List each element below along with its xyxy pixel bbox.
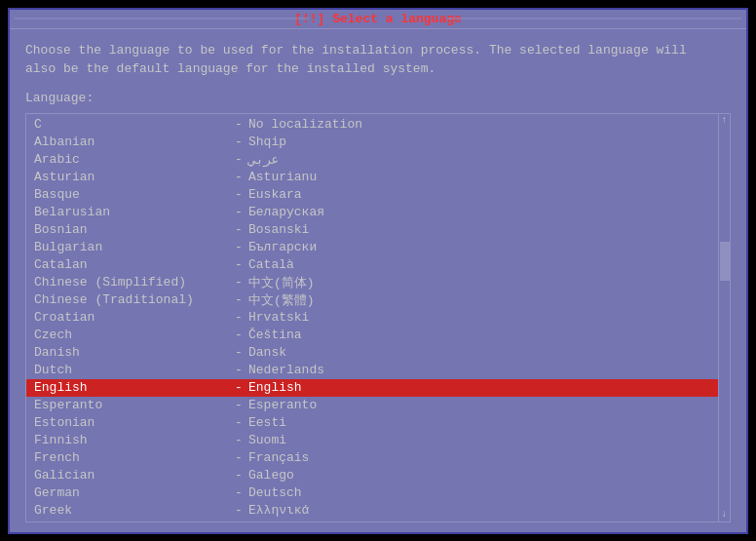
lang-separator: - — [229, 275, 248, 290]
window-title: [!!] Select a language — [294, 12, 462, 26]
lang-separator: - — [229, 135, 248, 149]
lang-native: Hrvatski — [248, 310, 309, 325]
lang-name: Czech — [34, 328, 229, 342]
lang-native: عربي — [248, 152, 279, 168]
lang-separator: - — [229, 398, 248, 412]
lang-name: C — [34, 117, 229, 132]
lang-name: Estonian — [34, 415, 229, 430]
terminal-window: [!!] Select a language Choose the langua… — [8, 8, 748, 534]
language-list-container: C-No localizationAlbanian-ShqipArabic-عر… — [25, 113, 731, 522]
lang-native: Ελληνικά — [248, 503, 309, 518]
lang-native: Galego — [248, 468, 294, 483]
lang-separator: - — [229, 433, 248, 447]
lang-native: Esperanto — [248, 398, 317, 412]
lang-name: Belarusian — [34, 205, 229, 219]
lang-native: 中文(繁體) — [248, 291, 315, 309]
lang-native: Français — [248, 450, 309, 465]
language-list[interactable]: C-No localizationAlbanian-ShqipArabic-عر… — [26, 114, 718, 522]
main-content: Choose the language to be used for the i… — [10, 29, 746, 534]
lang-separator: - — [229, 187, 248, 202]
list-item[interactable]: French-Français — [26, 449, 718, 467]
lang-separator: - — [229, 485, 248, 500]
lang-name: Bulgarian — [34, 240, 229, 254]
lang-name: French — [34, 450, 229, 465]
title-bar: [!!] Select a language — [10, 10, 746, 29]
lang-name: Finnish — [34, 433, 229, 447]
lang-native: Eesti — [248, 415, 286, 430]
lang-native: No localization — [248, 117, 362, 132]
list-item[interactable]: Greek-Ελληνικά — [26, 502, 718, 520]
lang-name: Esperanto — [34, 398, 229, 412]
lang-native: Asturianu — [248, 170, 317, 184]
lang-name: Bosnian — [34, 222, 229, 237]
lang-separator: - — [229, 363, 248, 377]
language-label: Language: — [25, 91, 731, 105]
list-item[interactable]: Danish-Dansk — [26, 344, 718, 362]
scroll-track — [719, 128, 731, 508]
lang-native: Shqip — [248, 135, 286, 149]
lang-separator: - — [229, 345, 248, 360]
lang-separator: - — [229, 292, 248, 307]
lang-name: Basque — [34, 187, 229, 202]
lang-name: Arabic — [34, 152, 229, 167]
lang-separator: - — [229, 152, 248, 167]
list-item[interactable]: Basque-Euskara — [26, 186, 718, 204]
lang-name: German — [34, 485, 229, 500]
list-item[interactable]: Chinese (Simplified)-中文(简体) — [26, 274, 718, 291]
scroll-thumb[interactable] — [720, 242, 730, 281]
list-item[interactable]: Croatian-Hrvatski — [26, 309, 718, 327]
lang-separator: - — [229, 205, 248, 219]
list-item[interactable]: Galician-Galego — [26, 467, 718, 484]
lang-native: Nederlands — [248, 363, 324, 377]
lang-separator: - — [229, 257, 248, 272]
lang-separator: - — [229, 240, 248, 254]
lang-name: Dutch — [34, 363, 229, 377]
list-item[interactable]: Belarusian-Беларуская — [26, 204, 718, 221]
list-item[interactable]: Esperanto-Esperanto — [26, 397, 718, 414]
lang-native: 中文(简体) — [248, 274, 315, 291]
list-item[interactable]: C-No localization — [26, 116, 718, 134]
list-item[interactable]: Dutch-Nederlands — [26, 362, 718, 379]
lang-name: Albanian — [34, 135, 229, 149]
lang-separator: - — [229, 468, 248, 483]
list-item[interactable]: Catalan-Català — [26, 256, 718, 274]
lang-separator: - — [229, 415, 248, 430]
lang-name: Croatian — [34, 310, 229, 325]
lang-name: English — [34, 380, 229, 395]
lang-native: Беларуская — [248, 205, 324, 219]
list-item[interactable]: Finnish-Suomi — [26, 432, 718, 449]
list-item[interactable]: Albanian-Shqip — [26, 134, 718, 151]
scroll-up-arrow[interactable]: ↑ — [719, 114, 731, 128]
scrollbar[interactable]: ↑ ↓ — [718, 114, 730, 522]
lang-native: Euskara — [248, 187, 302, 202]
lang-native: Dansk — [248, 345, 286, 360]
lang-name: Chinese (Traditional) — [34, 292, 229, 307]
lang-separator: - — [229, 170, 248, 184]
lang-separator: - — [229, 328, 248, 342]
lang-separator: - — [229, 117, 248, 132]
list-item[interactable]: Asturian-Asturianu — [26, 169, 718, 186]
list-item[interactable]: German-Deutsch — [26, 484, 718, 502]
lang-name: Asturian — [34, 170, 229, 184]
lang-native: Bosanski — [248, 222, 309, 237]
lang-name: Chinese (Simplified) — [34, 275, 229, 290]
list-item[interactable]: Bosnian-Bosanski — [26, 221, 718, 239]
lang-separator: - — [229, 380, 248, 395]
description-text: Choose the language to be used for the i… — [25, 41, 731, 79]
list-item[interactable]: Estonian-Eesti — [26, 414, 718, 432]
lang-native: English — [248, 380, 302, 395]
lang-separator: - — [229, 310, 248, 325]
lang-separator: - — [229, 503, 248, 518]
lang-name: Galician — [34, 468, 229, 483]
list-item[interactable]: Czech-Čeština — [26, 327, 718, 344]
list-item[interactable]: Arabic-عربي — [26, 151, 718, 169]
description-line1: Choose the language to be used for the i… — [25, 41, 731, 60]
lang-native: Suomi — [248, 433, 286, 447]
lang-separator: - — [229, 222, 248, 237]
description-line2: also be the default language for the ins… — [25, 59, 731, 79]
list-item[interactable]: Bulgarian-Български — [26, 239, 718, 256]
list-item[interactable]: English-English — [26, 379, 718, 397]
scroll-down-arrow[interactable]: ↓ — [719, 508, 731, 522]
list-item[interactable]: Chinese (Traditional)-中文(繁體) — [26, 291, 718, 309]
lang-separator: - — [229, 450, 248, 465]
